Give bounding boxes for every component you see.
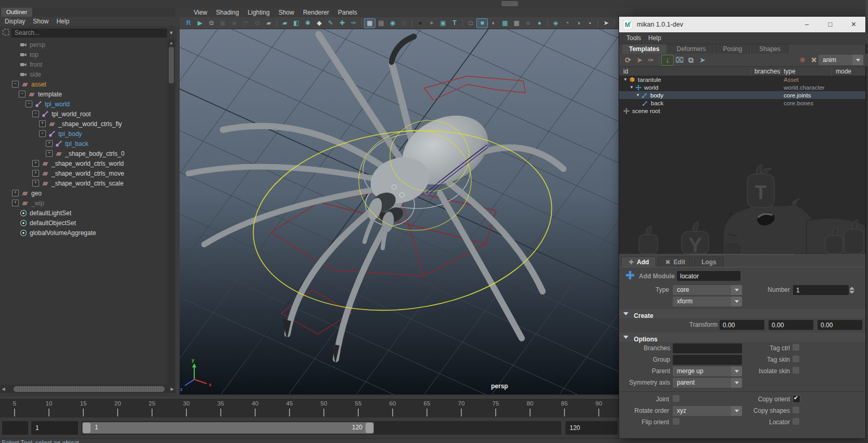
mikan-tab[interactable]: Posing <box>715 44 750 54</box>
options-section-header[interactable]: Options <box>619 333 865 342</box>
mikan-tab[interactable]: Templates <box>621 44 667 54</box>
viewport-menu-item[interactable]: Shading <box>216 9 239 16</box>
expand-arrow-icon[interactable]: ▼ <box>636 93 641 97</box>
mikan-toolbar-icon[interactable]: ⟳ <box>622 55 634 65</box>
toolbar-icon[interactable]: □ <box>465 18 476 28</box>
toolbar-icon[interactable]: ◐ <box>488 18 499 28</box>
mikan-toolbar-item[interactable]: ⧉ <box>685 55 697 65</box>
toolbar-icon[interactable]: ◆ <box>313 18 325 28</box>
module-panel-tab[interactable]: ✚ Add <box>621 256 656 267</box>
viewport-toolbar-item[interactable]: ➤ <box>600 18 612 28</box>
scroll-left-icon[interactable]: ◀ <box>0 387 7 391</box>
search-options-chevron-icon[interactable]: ▼ <box>167 30 175 35</box>
outliner-men-item[interactable]: Show <box>33 18 48 25</box>
mikan-toolbar-icon[interactable]: ↓ <box>661 55 674 66</box>
toolbar-icon[interactable]: R <box>183 18 194 28</box>
viewport-toolbar-item[interactable]: ▪ <box>584 18 596 28</box>
mikan-toolbar-item[interactable]: ➤ <box>697 55 708 65</box>
number-field[interactable] <box>793 285 849 295</box>
toolbar-icon[interactable]: ✎ <box>325 18 336 28</box>
template-tree-row[interactable]: ▼ body core.joints <box>619 91 865 99</box>
expander-icon[interactable]: − <box>12 81 19 88</box>
copy-shapes-checkbox[interactable] <box>792 407 799 413</box>
toolbar-icon[interactable]: ◉ <box>387 18 398 28</box>
module-panel-tab[interactable]: ✖ Edit <box>658 256 693 267</box>
viewport-toolbar-item[interactable]: ◆ <box>313 18 325 28</box>
time-slider[interactable]: 5 10 15 20 25 30 35 40 45 50 55 60 65 70… <box>0 397 619 420</box>
viewport-menu-item[interactable]: Panels <box>338 9 357 16</box>
type-dropdown[interactable]: core <box>673 285 742 295</box>
expander-icon[interactable]: − <box>32 110 39 117</box>
outliner-item[interactable]: front <box>0 59 168 69</box>
viewport-toolbar-item[interactable]: T <box>449 18 460 28</box>
mikan-toolbar-icon[interactable]: ➤ <box>634 55 645 65</box>
chevron-down-icon[interactable] <box>852 55 863 65</box>
mikan-menu-item[interactable]: Tools <box>626 34 641 42</box>
module-panel-tab[interactable]: Logs <box>694 256 724 267</box>
toolbar-icon[interactable]: ◔ <box>561 18 573 28</box>
outliner-item[interactable]: − asset <box>0 79 168 89</box>
expander-icon[interactable]: + <box>46 150 53 157</box>
viewport-toolbar-item[interactable]: ⧉ <box>251 18 263 28</box>
viewport-toolbar-item[interactable]: ◉ <box>387 18 398 28</box>
toolbar-icon[interactable]: ⧉ <box>251 18 263 28</box>
viewport-toolbar-item[interactable]: ◔ <box>561 18 573 28</box>
viewport-toolbar-item[interactable]: ▶ <box>194 18 206 28</box>
locator-checkbox[interactable] <box>792 418 799 425</box>
viewport-toolbar-item[interactable] <box>545 19 550 27</box>
expander-icon[interactable]: + <box>12 200 19 206</box>
mikan-toolbar-item[interactable] <box>657 56 661 64</box>
range-left-field[interactable] <box>2 421 28 435</box>
toolbar-icon[interactable]: ▣ <box>437 18 449 28</box>
viewport-toolbar-item[interactable]: ◈ <box>550 18 561 28</box>
column-header[interactable]: branches <box>754 68 780 75</box>
transform-z-field[interactable] <box>817 320 862 330</box>
toolbar-icon[interactable]: ⟳ <box>240 18 251 28</box>
search-input[interactable] <box>11 29 167 38</box>
end-frame-field[interactable] <box>565 421 618 435</box>
viewport-toolbar-item[interactable]: ◧ <box>291 18 302 28</box>
toolbar-icon[interactable]: ▰ <box>263 18 274 28</box>
number-spinner[interactable] <box>849 285 854 295</box>
column-header[interactable]: type <box>784 68 796 75</box>
viewport-toolbar-item[interactable]: ■ <box>476 18 488 28</box>
expander-icon[interactable]: + <box>39 120 46 127</box>
toolbar-icon[interactable]: ▦ <box>511 18 522 28</box>
toolbar-icon[interactable]: T <box>449 18 460 28</box>
mikan-toolbar-icon[interactable]: ✖ <box>808 55 820 65</box>
viewport-toolbar-item[interactable]: ▩ <box>499 18 511 28</box>
viewport-toolbar-item[interactable] <box>410 19 414 27</box>
outliner-item[interactable]: defaultObjectSet <box>0 218 168 228</box>
template-tree-row[interactable]: ▼ tarantule Asset <box>619 76 865 83</box>
viewport-toolbar-item[interactable]: ✱ <box>302 18 313 28</box>
tag-ctrl-checkbox[interactable] <box>792 344 799 351</box>
outliner-item[interactable]: globalVolumeAggregate <box>0 228 168 238</box>
expander-icon[interactable]: + <box>12 190 19 196</box>
toolbar-icon[interactable]: ▰ <box>279 18 291 28</box>
outliner-item[interactable]: persp <box>0 40 168 50</box>
flip-orient-checkbox[interactable] <box>673 418 680 425</box>
titlebar[interactable]: M mikan 1.0.1-dev – □ ✕ <box>619 17 865 32</box>
copy-orient-checkbox[interactable] <box>792 395 800 403</box>
expander-icon[interactable]: − <box>19 91 26 97</box>
outliner-item[interactable]: + geo <box>0 188 168 198</box>
viewport-toolbar-item[interactable]: ⟳ <box>240 18 251 28</box>
outliner-item[interactable]: + _shape_world_ctrls_move <box>0 168 168 178</box>
viewport-toolbar-item[interactable]: ▦ <box>511 18 522 28</box>
outliner-panel-tab[interactable]: Outliner <box>1 8 32 17</box>
mikan-toolbar-icon[interactable]: ➤ <box>697 55 708 65</box>
viewport-toolbar-item[interactable]: ▦ <box>364 18 375 28</box>
expander-icon[interactable]: + <box>46 140 53 147</box>
expander-icon[interactable]: + <box>32 180 39 187</box>
outliner-item[interactable]: + _shape_body_ctrls_0 <box>0 149 168 158</box>
mikan-menu-item[interactable]: Help <box>648 34 661 42</box>
toolbar-icon[interactable]: ■ <box>476 18 488 28</box>
scroll-up-icon[interactable]: ▲ <box>168 40 174 46</box>
outliner-item[interactable]: − tpl_world <box>0 99 168 109</box>
symmetry-axis-dropdown[interactable]: parent <box>673 378 742 388</box>
outliner-men-item[interactable]: Display <box>5 18 25 25</box>
joint-checkbox[interactable] <box>673 395 680 402</box>
range-start-handle[interactable] <box>83 423 91 433</box>
viewport-toolbar-item[interactable]: ✎ <box>325 18 336 28</box>
viewport-toolbar-item[interactable]: ◎ <box>398 18 410 28</box>
